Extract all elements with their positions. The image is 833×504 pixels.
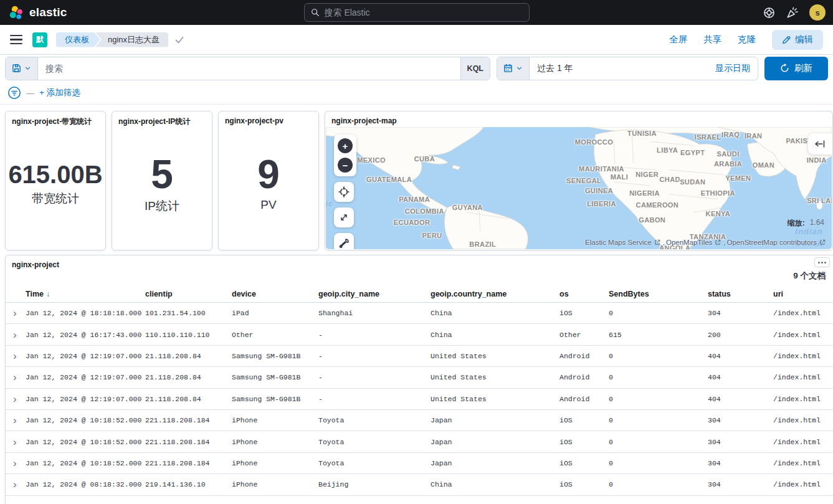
table-cell: 304 bbox=[708, 480, 773, 488]
panel-options-button[interactable] bbox=[814, 257, 830, 267]
date-quick-menu[interactable] bbox=[497, 57, 530, 80]
global-search[interactable] bbox=[304, 3, 530, 22]
help-icon[interactable] bbox=[763, 7, 775, 19]
row-expand-icon[interactable]: › bbox=[6, 479, 26, 490]
table-cell: 0 bbox=[609, 352, 708, 360]
table-cell: Jan 12, 2024 @ 10:18:52.000 bbox=[26, 438, 145, 446]
map-zoom-in-button[interactable]: + bbox=[338, 138, 353, 153]
sort-descending-icon[interactable]: ↓ bbox=[46, 290, 50, 298]
table-cell: Jan 12, 2024 @ 10:18:52.000 bbox=[26, 459, 145, 467]
table-cell: iPhone bbox=[232, 416, 318, 424]
map-canvas[interactable]: MEXICOCUBAGUATEMALAPANAMACOLOMBIAGUYANAE… bbox=[326, 127, 832, 249]
map-country-label: SAUDI bbox=[716, 150, 739, 158]
refresh-button[interactable]: 刷新 bbox=[764, 57, 828, 80]
table-cell: iOS bbox=[559, 480, 609, 488]
crosshair-icon bbox=[338, 186, 350, 197]
map-expand-button[interactable] bbox=[334, 207, 354, 227]
show-dates-button[interactable]: 显示日期 bbox=[708, 57, 758, 80]
table-cell: United States bbox=[431, 395, 559, 403]
add-filter-button[interactable]: + 添加筛选 bbox=[39, 87, 80, 98]
row-expand-icon[interactable]: › bbox=[6, 330, 26, 340]
map-country-label: GUATEMALA bbox=[366, 176, 412, 183]
external-link-icon bbox=[819, 239, 826, 245]
menu-icon[interactable] bbox=[10, 35, 22, 45]
table-cell: iOS bbox=[559, 416, 609, 424]
attribution-link[interactable]: OpenMapTiles bbox=[666, 239, 712, 246]
kql-query-input[interactable] bbox=[38, 57, 460, 80]
newsfeed-icon[interactable] bbox=[786, 7, 798, 19]
fullscreen-button[interactable]: 全屏 bbox=[669, 34, 687, 45]
table-cell: Japan bbox=[431, 459, 559, 467]
row-expand-icon[interactable]: › bbox=[6, 437, 26, 447]
kql-language-button[interactable]: KQL bbox=[460, 57, 490, 80]
map-fit-data-button[interactable] bbox=[334, 182, 354, 202]
panel-pv: nginx-project-pv 9 PV bbox=[218, 111, 319, 250]
column-header-device[interactable]: device bbox=[232, 290, 318, 298]
table-cell: Toyota bbox=[318, 416, 431, 424]
share-button[interactable]: 共享 bbox=[703, 34, 721, 45]
row-expand-icon[interactable]: › bbox=[6, 415, 26, 426]
attribution-link[interactable]: Elastic Maps Service bbox=[585, 239, 652, 246]
expand-icon bbox=[339, 212, 349, 222]
attribution-link[interactable]: OpenStreetMap contributors bbox=[727, 239, 817, 246]
metric-label: 带宽统计 bbox=[32, 191, 79, 207]
map-country-label: ETHIOPIA bbox=[701, 189, 735, 197]
filter-icon[interactable] bbox=[7, 86, 21, 100]
column-header-status[interactable]: status bbox=[708, 290, 773, 298]
metric-value: 9 bbox=[257, 155, 280, 194]
wrench-icon bbox=[339, 238, 350, 249]
map-country-label: ARABIA bbox=[714, 160, 742, 168]
table-cell: 101.231.54.100 bbox=[145, 309, 232, 317]
user-avatar[interactable]: s bbox=[809, 4, 826, 21]
map-country-label: GUYANA bbox=[452, 204, 483, 211]
global-header: elastic s bbox=[0, 0, 833, 25]
zoom-value: 1.64 bbox=[810, 218, 824, 229]
map-country-label: MALI bbox=[611, 173, 628, 181]
query-bar: KQL 过去 1 年 显示日期 刷新 bbox=[0, 55, 833, 82]
table-cell: Jan 12, 2024 @ 16:17:43.000 bbox=[26, 331, 145, 339]
column-header-city[interactable]: geoip.city_name bbox=[318, 290, 431, 298]
map-zoom-out-button[interactable]: − bbox=[338, 158, 353, 173]
table-row: ›Jan 12, 2024 @ 12:19:07.00021.118.208.8… bbox=[6, 389, 833, 410]
table-cell: Android bbox=[559, 373, 609, 381]
map-legend-collapse-button[interactable] bbox=[808, 133, 832, 155]
table-cell: Samsung SM-G981B bbox=[232, 395, 318, 403]
map-tools-button[interactable] bbox=[334, 233, 354, 249]
space-badge[interactable]: 默 bbox=[32, 32, 47, 47]
table-cell: 0 bbox=[609, 480, 708, 488]
panel-title: nginx-project-pv bbox=[219, 112, 318, 125]
column-header-uri[interactable]: uri bbox=[773, 290, 833, 298]
table-cell: /index.html bbox=[773, 352, 833, 360]
row-expand-icon[interactable]: › bbox=[6, 351, 26, 361]
map-country-label: TUNISIA bbox=[627, 130, 657, 137]
column-header-sendbytes[interactable]: SendBytes bbox=[609, 290, 708, 298]
row-expand-icon[interactable]: › bbox=[6, 394, 26, 404]
saved-query-menu[interactable] bbox=[6, 57, 38, 80]
table-cell: Jan 12, 2024 @ 18:18:18.000 bbox=[26, 309, 145, 317]
global-search-input[interactable] bbox=[325, 7, 523, 17]
row-expand-icon[interactable]: › bbox=[6, 308, 26, 318]
map-country-label: IRAQ bbox=[721, 131, 740, 138]
table-cell: /index.html bbox=[773, 373, 833, 381]
clone-button[interactable]: 克隆 bbox=[738, 34, 756, 45]
map-country-label: YEMEN bbox=[725, 174, 751, 182]
map-country-label: ECUADOR bbox=[394, 219, 430, 226]
map-country-label: OMAN bbox=[753, 161, 774, 169]
map-country-label: SENEGAL bbox=[566, 177, 601, 184]
column-header-country[interactable]: geoip.country_name bbox=[431, 290, 559, 298]
column-header-time[interactable]: Time↓ bbox=[26, 290, 145, 298]
table-cell: Toyota bbox=[318, 438, 431, 446]
search-icon bbox=[311, 8, 320, 17]
table-cell: 21.118.208.84 bbox=[145, 352, 232, 360]
table-cell: 0 bbox=[609, 438, 708, 446]
elastic-logo[interactable]: elastic bbox=[9, 0, 67, 25]
breadcrumb-dashboards[interactable]: 仪表板 bbox=[56, 32, 100, 47]
edit-button[interactable]: 编辑 bbox=[772, 30, 823, 50]
time-range-value[interactable]: 过去 1 年 bbox=[530, 57, 708, 80]
column-header-os[interactable]: os bbox=[559, 290, 609, 298]
date-picker: 过去 1 年 显示日期 bbox=[497, 57, 758, 80]
row-expand-icon[interactable]: › bbox=[6, 372, 26, 383]
row-expand-icon[interactable]: › bbox=[6, 458, 26, 468]
column-header-clientip[interactable]: clientip bbox=[145, 290, 232, 298]
table-cell: Beijing bbox=[318, 480, 431, 488]
